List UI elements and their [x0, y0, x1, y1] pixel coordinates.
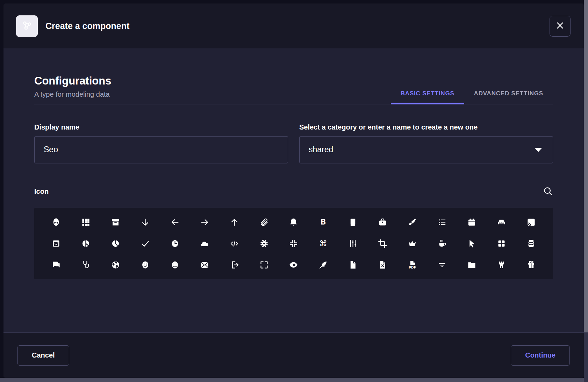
icon-cog[interactable] [259, 239, 269, 248]
display-name-label: Display name [34, 123, 288, 131]
category-field-group: Select a category or enter a name to cre… [299, 123, 553, 163]
search-icon [543, 186, 553, 197]
close-button[interactable] [550, 16, 571, 37]
icon-emotion-happy[interactable] [141, 260, 150, 270]
form-fields: Display name Select a category or enter … [34, 123, 553, 163]
icon-check[interactable] [141, 239, 150, 248]
icon-apps[interactable] [81, 218, 91, 227]
icon-gift[interactable] [526, 260, 536, 270]
icon-command[interactable] [318, 239, 328, 248]
component-icon [21, 19, 33, 33]
icon-field-label: Icon [34, 188, 49, 196]
icon-envelope[interactable] [200, 260, 209, 270]
settings-tabs: BASIC SETTINGS ADVANCED SETTINGS [391, 90, 553, 104]
icon-chart-pie[interactable] [111, 239, 120, 248]
icon-database[interactable] [526, 239, 536, 248]
icon-search-button[interactable] [543, 186, 553, 197]
icon-bell[interactable] [289, 218, 298, 227]
create-component-modal: Create a component Configurations A type… [3, 3, 584, 378]
icon-arrow-right[interactable] [200, 218, 209, 227]
icon-briefcase[interactable] [378, 218, 387, 227]
continue-button[interactable]: Continue [511, 345, 570, 366]
icon-collapse[interactable] [289, 239, 298, 248]
icon-feather[interactable] [318, 260, 328, 270]
icon-emotion-unhappy[interactable] [170, 260, 180, 270]
icon-bullet-list[interactable] [437, 218, 447, 227]
section-subtitle: A type for modeling data [34, 90, 111, 98]
icon-code[interactable] [230, 239, 239, 248]
icon-cup[interactable] [437, 239, 447, 248]
icon-cursor[interactable] [467, 239, 476, 248]
icon-gate[interactable] [497, 260, 506, 270]
icon-filter[interactable] [437, 260, 447, 270]
icon-bold[interactable] [318, 218, 328, 227]
icon-alien[interactable] [51, 218, 61, 227]
icon-car[interactable] [497, 218, 506, 227]
icon-exit[interactable] [230, 260, 239, 270]
icon-cast[interactable] [526, 218, 536, 227]
icon-crop[interactable] [378, 239, 387, 248]
icon-cloud[interactable] [200, 239, 209, 248]
section-head: Configurations A type for modeling data … [34, 75, 553, 104]
icon-file-error[interactable] [378, 260, 387, 270]
icon-earth[interactable] [111, 260, 120, 270]
icon-connector[interactable] [348, 239, 358, 248]
icon-book[interactable] [348, 218, 358, 227]
icon-file-pdf[interactable] [408, 260, 417, 270]
icon-arrow-left[interactable] [170, 218, 180, 227]
icon-calendar[interactable] [467, 218, 476, 227]
modal-title: Create a component [45, 21, 129, 31]
tab-basic-settings[interactable]: BASIC SETTINGS [391, 90, 464, 104]
icon-grid [34, 208, 553, 279]
display-name-input[interactable] [34, 136, 288, 163]
category-label: Select a category or enter a name to cre… [299, 123, 553, 131]
icon-folder[interactable] [467, 260, 476, 270]
icon-chart-circle[interactable] [81, 239, 91, 248]
icon-doctor[interactable] [81, 260, 91, 270]
icon-arrow-up[interactable] [230, 218, 239, 227]
tab-advanced-settings[interactable]: ADVANCED SETTINGS [464, 90, 553, 104]
modal-body: Configurations A type for modeling data … [3, 49, 584, 332]
icon-dashboard[interactable] [497, 239, 506, 248]
section-titles: Configurations A type for modeling data [34, 75, 111, 104]
close-icon [555, 21, 565, 31]
icon-eye[interactable] [289, 260, 298, 270]
section-title: Configurations [34, 75, 111, 87]
chevron-down-icon [535, 148, 542, 152]
modal-header: Create a component [3, 3, 584, 49]
icon-attachment[interactable] [259, 218, 269, 227]
cancel-button[interactable]: Cancel [17, 345, 69, 366]
icon-discuss[interactable] [51, 260, 61, 270]
display-name-field-group: Display name [34, 123, 288, 163]
icon-arrow-down[interactable] [141, 218, 150, 227]
modal-footer: Cancel Continue [3, 332, 584, 378]
component-icon-chip [16, 15, 38, 37]
icon-field-header: Icon [34, 186, 553, 197]
category-select-value: shared [309, 145, 333, 154]
icon-brush[interactable] [408, 218, 417, 227]
icon-crown[interactable] [408, 239, 417, 248]
category-select[interactable]: shared [299, 136, 553, 163]
icon-expand[interactable] [259, 260, 269, 270]
page-scrollbar-thumb[interactable] [584, 0, 588, 332]
icon-clock[interactable] [170, 239, 180, 248]
icon-archive[interactable] [111, 218, 120, 227]
page-behind-bottom-band [0, 378, 584, 382]
icon-file[interactable] [348, 260, 358, 270]
icon-chart-bubble[interactable] [51, 239, 61, 248]
